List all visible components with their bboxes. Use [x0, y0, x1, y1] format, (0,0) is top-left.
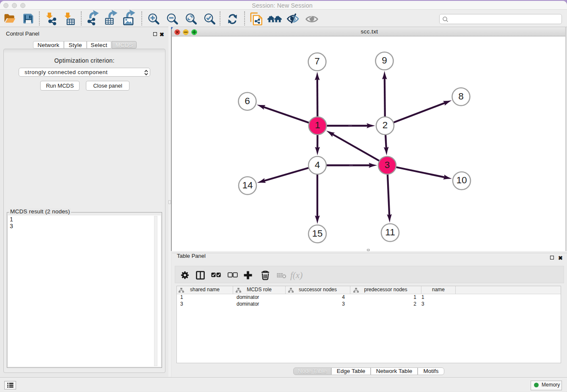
svg-text:f(x): f(x): [290, 270, 303, 280]
svg-text:6: 6: [245, 96, 250, 106]
svg-text:11: 11: [385, 227, 395, 237]
svg-text:15: 15: [312, 228, 322, 239]
svg-text:14: 14: [242, 180, 253, 190]
svg-text:9: 9: [382, 55, 387, 66]
svg-text:2: 2: [383, 120, 388, 130]
svg-text:10: 10: [456, 175, 467, 185]
svg-text:7: 7: [314, 56, 320, 66]
svg-text:3: 3: [385, 160, 390, 170]
svg-text:4: 4: [315, 160, 320, 170]
svg-text:8: 8: [458, 91, 464, 102]
svg-text:1: 1: [315, 120, 320, 130]
